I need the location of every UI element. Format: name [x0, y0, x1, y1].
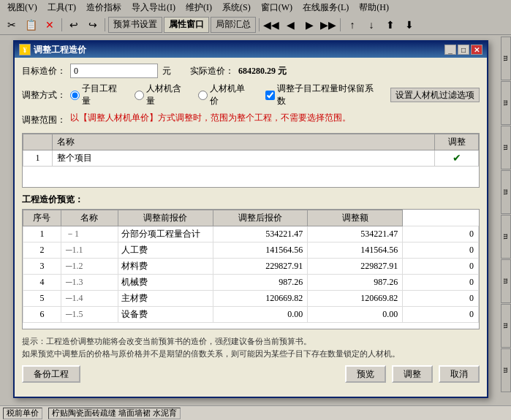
- radio-sub-quantity[interactable]: 子目工程量: [70, 83, 126, 107]
- scope-row-num: 1: [23, 150, 53, 167]
- preview-table-row: 4 ─1.3 机械费 987.26 987.26 0: [23, 275, 479, 291]
- preview-row-code: ─1.5: [61, 307, 118, 323]
- scope-table-container[interactable]: 名称 调整 1 整个项目 ✔: [22, 133, 480, 188]
- preview-row-name: 机械费: [118, 275, 213, 291]
- preview-row-before: 120669.82: [213, 291, 308, 307]
- radio-group: 子目工程量 人材机含量 人材机单价: [70, 83, 254, 107]
- preview-table-row: 5 ─1.4 主材费 120669.82 120669.82 0: [23, 291, 479, 307]
- preview-row-code: ─1.4: [61, 291, 118, 307]
- preview-row-name: 主材费: [118, 291, 213, 307]
- preview-row-before: 229827.91: [213, 259, 308, 275]
- adjust-btn[interactable]: 调整: [392, 365, 433, 383]
- preview-row-before: 0.00: [213, 307, 308, 323]
- radio-unit-price-input[interactable]: [198, 91, 208, 100]
- preview-row-after: 0.00: [308, 307, 403, 323]
- target-cost-unit: 元: [162, 65, 171, 77]
- status-description: 柠贴陶瓷面砖疏缝 墙面墙裙 水泥育: [48, 408, 181, 419]
- filter-config-btn[interactable]: 设置人材机过滤选项: [390, 88, 480, 102]
- preview-row-name: 分部分项工程量合计: [118, 226, 213, 243]
- check-mark: ✔: [453, 153, 461, 164]
- scope-row-name: 整个项目: [53, 150, 435, 167]
- preview-row-diff: 0: [403, 291, 479, 307]
- scope-table-row: 1 整个项目 ✔: [23, 150, 479, 167]
- cancel-btn[interactable]: 取消: [439, 365, 480, 383]
- status-unit-price: 税前单价: [3, 408, 42, 419]
- warning-line1: 提示：工程造价调整功能将会改变当前预算书的造价，强烈建议备份当前预算书。: [22, 337, 311, 345]
- preview-table-row: 3 ─1.2 材料费 229827.91 229827.91 0: [23, 259, 479, 275]
- radio-sub-quantity-label: 子目工程量: [82, 83, 126, 107]
- adjust-range-hint: 以【调整人材机单价】方式调整时，范围为整个工程，不需要选择范围。: [70, 112, 351, 124]
- preview-row-seq: 4: [23, 275, 61, 291]
- preview-row-diff: 0: [403, 275, 479, 291]
- preview-col-name: 名称: [61, 210, 118, 226]
- scope-table-col-check: 调整: [435, 134, 479, 150]
- dialog-icon: ¥: [19, 44, 31, 56]
- dialog-maximize-btn[interactable]: □: [458, 45, 469, 55]
- preview-row-code: ─1.1: [61, 243, 118, 259]
- preview-table-row: 2 ─1.1 人工费 141564.56 141564.56 0: [23, 243, 479, 259]
- scope-table-col-num: [23, 134, 53, 150]
- radio-labor-material-input[interactable]: [135, 91, 144, 100]
- preview-col-diff: 调整额: [308, 210, 403, 226]
- scope-table: 名称 调整 1 整个项目 ✔: [23, 134, 479, 167]
- preview-row-seq: 2: [23, 243, 61, 259]
- radio-labor-material-label: 人材机含量: [146, 83, 190, 107]
- preserve-coeff-checkbox[interactable]: 调整子目工程量时保留系数: [265, 83, 382, 107]
- preview-row-code: ─1.3: [61, 275, 118, 291]
- target-cost-input[interactable]: [70, 64, 158, 78]
- dialog-minimize-btn[interactable]: _: [444, 45, 456, 55]
- preview-row-seq: 3: [23, 259, 61, 275]
- preview-row-before: 534221.47: [213, 226, 308, 243]
- preview-col-seq: 序号: [23, 210, 61, 226]
- preview-row-name: 设备费: [118, 307, 213, 323]
- preserve-coeff-input[interactable]: [265, 91, 275, 100]
- preview-row-name: 材料费: [118, 259, 213, 275]
- preview-label: 工程造价预览：: [22, 194, 480, 206]
- radio-unit-price-label: 人材机单价: [210, 83, 254, 107]
- dialog-title: 调整工程造价: [34, 44, 444, 56]
- actual-cost-label: 实际造价：: [190, 65, 234, 77]
- adjust-method-label: 调整方式：: [22, 89, 66, 102]
- preview-row-diff: 0: [403, 259, 479, 275]
- preview-table-container[interactable]: 序号 名称 调整前报价 调整后报价 调整额 1 －1 分部分项工程量合计 534…: [22, 209, 480, 329]
- preview-row-diff: 0: [403, 243, 479, 259]
- preview-row-after: 229827.91: [308, 259, 403, 275]
- dialog-icon-symbol: ¥: [23, 46, 27, 54]
- radio-unit-price[interactable]: 人材机单价: [198, 83, 254, 107]
- bottom-buttons: 备份工程 预览 调整 取消: [22, 365, 480, 383]
- preview-row-code: ─1.2: [61, 259, 118, 275]
- scope-row-check[interactable]: ✔: [435, 150, 479, 167]
- dialog-titlebar: ¥ 调整工程造价 _ □ ✕: [15, 42, 487, 58]
- backup-btn[interactable]: 备份工程: [22, 365, 80, 383]
- statusbar: 税前单价 柠贴陶瓷面砖疏缝 墙面墙裙 水泥育: [0, 405, 511, 420]
- preview-btn[interactable]: 预览: [345, 365, 386, 383]
- target-cost-label: 目标造价：: [22, 65, 66, 77]
- preview-row-seq: 5: [23, 291, 61, 307]
- preview-row-after: 987.26: [308, 275, 403, 291]
- preview-row-after: 120669.82: [308, 291, 403, 307]
- preview-table-row: 6 ─1.5 设备费 0.00 0.00 0: [23, 307, 479, 323]
- dialog-body: 目标造价： 元 实际造价： 684280.29 元 调整方式： 子目工程量 人材…: [15, 58, 487, 389]
- preserve-coeff-label: 调整子目工程量时保留系数: [277, 83, 382, 107]
- preview-row-name: 人工费: [118, 243, 213, 259]
- adjust-range-row: 调整范围： 以【调整人材机单价】方式调整时，范围为整个工程，不需要选择范围。: [22, 112, 480, 129]
- preview-row-before: 141564.56: [213, 243, 308, 259]
- preview-col-before: 调整前报价: [118, 210, 213, 226]
- dialog-close-btn[interactable]: ✕: [471, 45, 482, 55]
- radio-sub-quantity-input[interactable]: [70, 91, 80, 100]
- preview-table: 序号 名称 调整前报价 调整后报价 调整额 1 －1 分部分项工程量合计 534…: [23, 210, 479, 323]
- preview-row-seq: 1: [23, 226, 61, 243]
- scope-table-col-name: 名称: [53, 134, 435, 150]
- warning-line2: 如果预览中调整后的价格与原价格并不是期望的倍数关系，则可能因为某些子目下存在数量…: [22, 349, 400, 358]
- adjust-method-row: 调整方式： 子目工程量 人材机含量 人材机单价 调整子目工程量时保留系数: [22, 83, 480, 107]
- dialog-title-buttons: _ □ ✕: [444, 45, 482, 55]
- preview-row-after: 534221.47: [308, 226, 403, 243]
- adjust-range-label: 调整范围：: [22, 114, 66, 126]
- preview-row-before: 987.26: [213, 275, 308, 291]
- preview-row-diff: 0: [403, 307, 479, 323]
- actual-cost-value: 684280.29 元: [238, 65, 287, 77]
- preview-row-diff: 0: [403, 226, 479, 243]
- radio-labor-material[interactable]: 人材机含量: [135, 83, 190, 107]
- preview-row-code: －1: [61, 226, 118, 243]
- preview-row-seq: 6: [23, 307, 61, 323]
